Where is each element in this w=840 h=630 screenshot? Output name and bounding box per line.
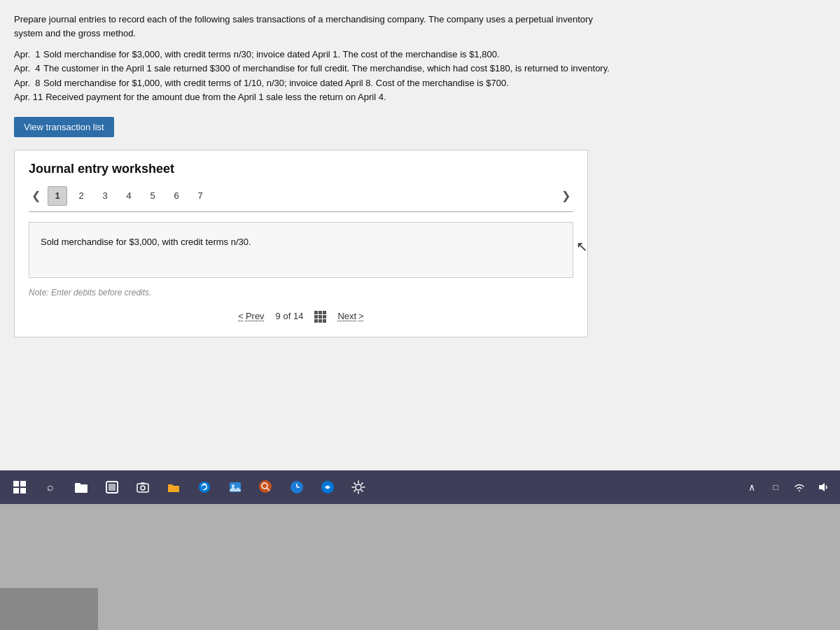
search2-button[interactable] <box>253 475 279 500</box>
wifi-button[interactable] <box>790 477 809 497</box>
transaction-row-3: Apr. 8 Sold merchandise for $1,000, with… <box>14 76 616 90</box>
journal-entry-worksheet: Journal entry worksheet ❮ 1 2 3 4 5 6 7 … <box>14 150 588 337</box>
file-explorer-button[interactable] <box>69 475 94 500</box>
network-icon: □ <box>773 482 778 492</box>
transaction-row-1: Apr. 1 Sold merchandise for $3,000, with… <box>14 48 616 62</box>
tablet-mode-button[interactable] <box>99 475 125 500</box>
svg-marker-18 <box>819 483 825 491</box>
transaction-text-1: Sold merchandise for $3,000, with credit… <box>43 48 500 62</box>
settings-button[interactable] <box>346 475 371 500</box>
tab-6[interactable]: 6 <box>167 186 186 206</box>
blue-app-button[interactable] <box>315 475 340 500</box>
transaction-row-4: Apr. 11 Received payment for the amount … <box>14 90 616 104</box>
transaction-description: Sold merchandise for $3,000, with credit… <box>29 222 573 278</box>
svg-rect-1 <box>75 483 80 486</box>
transaction-description-text: Sold merchandise for $3,000, with credit… <box>41 237 251 247</box>
tab-5[interactable]: 5 <box>143 186 162 206</box>
settings-icon <box>351 479 366 495</box>
transaction-label-3: Apr. 8 <box>14 76 41 90</box>
prev-arrow-icon: < <box>238 311 244 321</box>
tab-3[interactable]: 3 <box>95 186 115 206</box>
tab-prev-arrow[interactable]: ❮ <box>29 188 43 204</box>
svg-point-17 <box>356 484 361 490</box>
volume-button[interactable] <box>813 477 833 497</box>
folder-button[interactable] <box>161 475 186 500</box>
search2-icon <box>258 479 274 495</box>
transaction-label-4: Apr. 11 <box>14 90 43 104</box>
view-transaction-button[interactable]: View transaction list <box>14 117 114 137</box>
grid-view-icon[interactable] <box>314 310 326 323</box>
windows-start-button[interactable] <box>7 475 32 500</box>
tab-7[interactable]: 7 <box>190 186 210 206</box>
photo-app-icon <box>228 480 242 494</box>
svg-rect-6 <box>141 482 145 484</box>
transaction-text-4: Received payment for the amount due from… <box>46 90 386 104</box>
svg-rect-4 <box>137 484 148 492</box>
next-label: Next <box>337 311 356 321</box>
tab-1[interactable]: 1 <box>48 186 67 206</box>
transaction-label-2: Apr. 4 <box>14 62 41 76</box>
timer-icon <box>289 479 304 495</box>
prev-button[interactable]: < Prev <box>238 311 264 321</box>
folder-icon <box>167 480 181 494</box>
wifi-icon <box>793 481 806 493</box>
bottom-left-decoration <box>0 588 98 630</box>
edge-browser-icon <box>197 480 211 494</box>
intro-text: Prepare journal entries to record each o… <box>14 13 616 41</box>
transaction-label-1: Apr. 1 <box>14 48 41 62</box>
pagination-bar: < Prev 9 of 14 Next > <box>29 310 573 323</box>
worksheet-title: Journal entry worksheet <box>29 162 573 176</box>
tab-next-arrow[interactable]: ❯ <box>559 188 573 204</box>
pagination-info: 9 of 14 <box>276 311 304 321</box>
blue-app-icon <box>320 479 335 495</box>
tablet-mode-icon <box>105 480 119 494</box>
prev-label: Prev <box>246 311 265 321</box>
taskbar: ⌕ <box>0 470 840 504</box>
tab-navigation: ❮ 1 2 3 4 5 6 7 ❯ <box>29 186 573 212</box>
svg-rect-3 <box>108 484 115 491</box>
timer-button[interactable] <box>284 475 309 500</box>
chevron-up-icon: ∧ <box>748 482 755 493</box>
edge-browser-button[interactable] <box>192 475 217 500</box>
transaction-text-2: The customer in the April 1 sale returne… <box>43 62 610 76</box>
instructions-block: Prepare journal entries to record each o… <box>14 13 616 104</box>
transaction-row-2: Apr. 4 The customer in the April 1 sale … <box>14 62 616 76</box>
tray-expand-button[interactable]: ∧ <box>742 477 762 497</box>
transaction-text-3: Sold merchandise for $1,000, with credit… <box>43 76 509 90</box>
photo-app-button[interactable] <box>223 475 248 500</box>
svg-point-5 <box>141 486 145 490</box>
next-arrow-icon: > <box>358 311 364 321</box>
tab-2[interactable]: 2 <box>71 186 91 206</box>
next-button[interactable]: Next > <box>337 311 363 321</box>
network-button[interactable]: □ <box>766 477 785 497</box>
search-taskbar-button[interactable]: ⌕ <box>38 475 63 500</box>
bottom-area <box>0 504 840 630</box>
svg-point-10 <box>259 480 272 493</box>
search-icon: ⌕ <box>47 481 54 493</box>
system-tray: ∧ □ <box>742 477 833 497</box>
file-explorer-icon <box>74 480 88 494</box>
camera-icon <box>136 480 150 494</box>
windows-logo-icon <box>13 481 26 493</box>
tab-4[interactable]: 4 <box>119 186 139 206</box>
note-text: Note: Enter debits before credits. <box>29 288 573 298</box>
camera-button[interactable] <box>130 475 155 500</box>
volume-icon <box>817 481 830 493</box>
